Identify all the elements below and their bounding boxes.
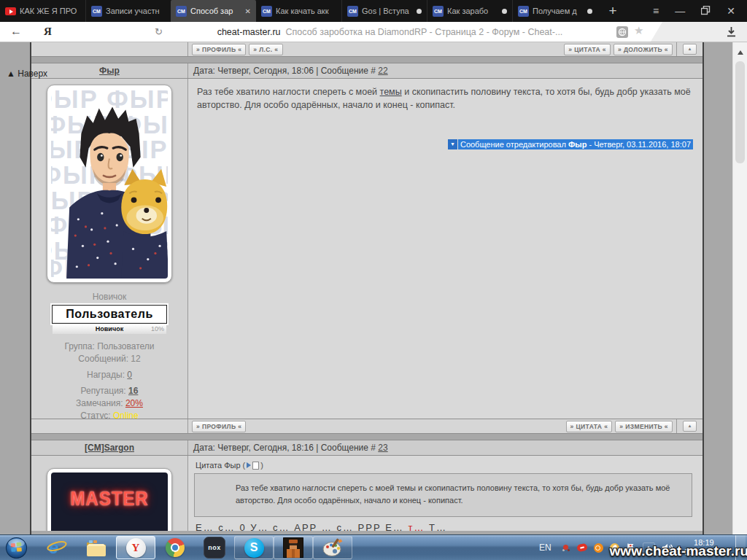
rank-progress-percent: 10% [151, 324, 164, 334]
avatar-image: ФЫР ФЫР ФЫР ФЫР ФЫР ФЫР ФЫР ФЫР ФЫР ФЫР … [51, 89, 168, 279]
post23-message: Цитата Фыр Раз тебе хватило наглости спе… [188, 456, 703, 533]
collapse-post-button[interactable]: ▴ [683, 421, 697, 432]
yandex-logo-icon[interactable]: Я [44, 26, 52, 38]
tabbar-spacer [628, 0, 653, 22]
reply-text-clipped: Е… с… 0 У… с… АРР … с… РРР Е… т… Т… [196, 522, 694, 533]
tray-app-icon[interactable] [576, 543, 588, 553]
tab-label: Записи участн [106, 7, 166, 15]
new-tab-button[interactable]: + [597, 0, 628, 22]
user-rank: Новичок [31, 292, 187, 302]
tab-label: Способ зар [190, 7, 240, 15]
profile-button[interactable]: » ПРОФИЛЬ « [192, 44, 246, 55]
yandex-browser-icon: Y [126, 538, 146, 558]
post22-message-cell: Раз тебе хватило наглости спереть с моей… [188, 79, 703, 419]
nox-icon: nox [204, 537, 225, 559]
language-indicator[interactable]: EN [539, 542, 551, 553]
window-controls: ≡ — ✕ [653, 0, 747, 22]
address-bar[interactable]: cheat-master.ru Способ зароботка на Diam… [171, 22, 608, 42]
taskbar-gta-san-andreas[interactable] [274, 536, 313, 559]
watermark: www.cheat-master.ru [610, 543, 747, 559]
collapse-post-button[interactable]: ▴ [683, 44, 697, 55]
quote-box: Раз тебе хватило наглости спереть с моей… [194, 473, 692, 517]
tab-label: Как зарабо [447, 7, 498, 15]
post22-body-row: ФЫР ФЫР ФЫР ФЫР ФЫР ФЫР ФЫР ФЫР ФЫР ФЫР … [31, 79, 703, 419]
topic-link[interactable]: темы [380, 87, 402, 97]
footer-buttons-cell: » ПРОФИЛЬ « » Л.С. « » ЦИТАТА « » ДОЛОЖИ… [188, 42, 676, 56]
site-badge-icon[interactable] [616, 26, 628, 38]
report-button[interactable]: » ДОЛОЖИТЬ « [614, 44, 673, 55]
minimize-button[interactable]: — [675, 6, 685, 16]
cm-favicon-icon: CM [433, 6, 444, 17]
tab-close-icon[interactable]: ✕ [244, 7, 251, 15]
start-button[interactable] [5, 537, 28, 559]
tab-poluchaem[interactable]: CM Получаем д [512, 0, 597, 22]
master-logo: MASTER [70, 487, 148, 510]
menu-icon[interactable]: ≡ [653, 6, 659, 16]
browser-toolbar: ← Я ↻ cheat-master.ru Способ зароботка н… [0, 22, 747, 42]
tab-sposob-active[interactable]: CM Способ зар ✕ [171, 0, 256, 22]
forum-thread-table: » ПРОФИЛЬ « » Л.С. « » ЦИТАТА « » ДОЛОЖИ… [30, 42, 704, 534]
scrollbar-thumb[interactable] [735, 61, 745, 163]
edit-note-text: Сообщение отредактировал Фыр - Четверг, … [458, 139, 693, 149]
tab-label: КАК ЖЕ Я ПРО [20, 7, 80, 15]
tab-label: Gos | Вступа [362, 7, 413, 15]
stat-awards: Награды: 0 [31, 369, 187, 381]
taskbar-yandex-browser-active[interactable]: Y [116, 536, 155, 559]
stat-status: Статус: Online [31, 410, 187, 419]
scrollbar-up-arrow-icon[interactable] [738, 50, 743, 55]
bookmark-star-icon[interactable]: ★ [634, 24, 643, 37]
tab-gos[interactable]: CM Gos | Вступа [341, 0, 427, 22]
taskbar-windows-explorer[interactable] [77, 536, 116, 559]
taskbar-internet-explorer[interactable]: e [37, 536, 77, 559]
cm-favicon-icon: CM [518, 6, 529, 17]
restore-button[interactable] [701, 6, 711, 17]
tray-app-icon[interactable] [594, 543, 603, 553]
tab-kak-kachat[interactable]: CM Как качать акк [256, 0, 341, 22]
cm-favicon-icon: CM [347, 6, 358, 17]
message-text: Раз тебе хватило наглости спереть с моей [197, 87, 380, 97]
taskbar-skype[interactable]: S [234, 536, 274, 559]
quote-source-icons[interactable] [243, 461, 263, 470]
download-icon[interactable] [726, 26, 737, 41]
message-number-link[interactable]: 23 [378, 443, 387, 453]
tab-zapisi[interactable]: CM Записи участн [85, 0, 171, 22]
footer-left-cell [31, 419, 188, 433]
close-window-button[interactable]: ✕ [727, 6, 735, 16]
stat-group: Группа: Пользователи [31, 341, 187, 353]
author-link[interactable]: Фыр [99, 66, 120, 76]
avatar-card: ФЫР ФЫР ФЫР ФЫР ФЫР ФЫР ФЫР ФЫР ФЫР ФЫР … [47, 85, 172, 283]
quote-button[interactable]: » ЦИТАТА « [566, 421, 613, 432]
author-link[interactable]: [CM]Sargon [85, 443, 134, 453]
reputation-link[interactable]: 16 [128, 386, 138, 396]
taskbar-paint[interactable] [313, 536, 352, 559]
page-scrollbar[interactable] [732, 42, 747, 534]
tab-kak-zarabotat[interactable]: CM Как зарабо [427, 0, 512, 22]
post22-footer-row: » ПРОФИЛЬ « » ЦИТАТА « » ИЗМЕНИТЬ « ▴ [31, 419, 703, 434]
quote-button[interactable]: » ЦИТАТА « [564, 44, 611, 55]
taskbar-nox[interactable]: nox [195, 536, 234, 559]
edit-button[interactable]: » ИЗМЕНИТЬ « [615, 421, 673, 432]
taskbar-chrome[interactable] [155, 536, 195, 559]
post22-header-row: Фыр Дата: Четверг, Сегодня, 18:06 | Сооб… [31, 63, 703, 79]
post22-message: Раз тебе хватило наглости спереть с моей… [188, 79, 703, 419]
avatar-image: MASTER [51, 472, 168, 531]
user-group-badge: Пользователь [52, 305, 167, 324]
post23-body-row: MASTER Цитата Фыр Раз тебе хватило нагло… [31, 456, 703, 531]
tray-app-icon[interactable] [561, 543, 570, 553]
page-title: Способ зароботка на DiamondRP - Страница… [286, 27, 563, 37]
profile-button[interactable]: » ПРОФИЛЬ « [192, 421, 246, 432]
online-status: Online [113, 411, 139, 419]
chrome-icon [166, 538, 185, 557]
footer-corner-cell: ▴ [676, 419, 703, 433]
post22-userinfo-cell: ФЫР ФЫР ФЫР ФЫР ФЫР ФЫР ФЫР ФЫР ФЫР ФЫР … [31, 79, 188, 419]
skype-icon: S [244, 538, 264, 558]
reload-icon[interactable]: ↻ [155, 26, 163, 37]
awards-link[interactable]: 0 [127, 370, 132, 380]
back-to-top-link[interactable]: ▲ Наверх [7, 69, 47, 79]
tab-youtube[interactable]: КАК ЖЕ Я ПРО [0, 0, 85, 22]
post23-userinfo-cell: MASTER [31, 456, 188, 531]
message-number-link[interactable]: 22 [378, 66, 387, 76]
private-message-button[interactable]: » Л.С. « [249, 44, 282, 55]
back-button[interactable]: ← [10, 25, 22, 38]
warnings-link[interactable]: 20% [125, 398, 143, 408]
